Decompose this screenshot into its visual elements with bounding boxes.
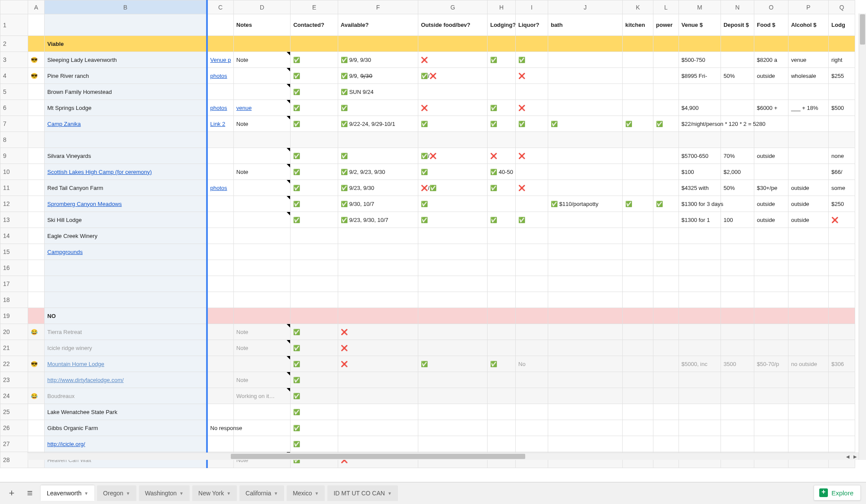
cell-K26[interactable] — [623, 420, 653, 436]
cell-M21[interactable] — [679, 340, 721, 356]
cell-P8[interactable] — [788, 132, 828, 148]
cell-I6[interactable]: ❌ — [516, 100, 548, 116]
cell-F12[interactable]: ✅ 9/30, 10/7 — [338, 196, 418, 212]
cell-D4[interactable] — [233, 68, 291, 84]
hscroll-left-arrow-icon[interactable]: ◀ — [844, 453, 851, 460]
cell-E14[interactable] — [291, 228, 338, 244]
cell-B10[interactable]: Scottish Lakes High Camp (for ceremony) — [45, 164, 207, 180]
row-header-17[interactable]: 17 — [0, 276, 28, 292]
cell-O16[interactable] — [754, 260, 788, 276]
cell-H26[interactable] — [488, 420, 516, 436]
link[interactable]: venue — [236, 105, 252, 111]
cell-F16[interactable] — [338, 260, 418, 276]
cell-M14[interactable] — [679, 228, 721, 244]
cell-F23[interactable] — [338, 372, 418, 388]
cell-O9[interactable]: outside — [754, 148, 788, 164]
cell-E22[interactable]: ✅ — [291, 356, 338, 372]
cell-Q11[interactable]: some — [829, 180, 855, 196]
cell-Q22[interactable]: $306 — [829, 356, 855, 372]
chevron-down-icon[interactable]: ▼ — [274, 491, 278, 496]
cell-C6[interactable]: photos — [207, 100, 234, 116]
cell-F26[interactable] — [338, 420, 418, 436]
cell-C9[interactable] — [207, 148, 234, 164]
cell-B2[interactable]: Viable — [45, 36, 207, 52]
cell-M25[interactable] — [679, 404, 721, 420]
link[interactable]: Mountain Home Lodge — [47, 361, 104, 367]
sheet-tab-mexico[interactable]: Mexico▼ — [287, 485, 325, 501]
cell-A18[interactable] — [28, 292, 44, 308]
cell-F14[interactable] — [338, 228, 418, 244]
cell-H19[interactable] — [488, 308, 516, 324]
cell-A20[interactable]: 😂 — [28, 324, 44, 340]
cell-M13[interactable]: $1300 for 1 — [679, 212, 721, 228]
cell-L21[interactable] — [653, 340, 679, 356]
cell-M26[interactable] — [679, 420, 721, 436]
cell-A1[interactable] — [28, 14, 44, 36]
cell-O27[interactable] — [754, 436, 788, 452]
cell-B22[interactable]: Mountain Home Lodge — [45, 356, 207, 372]
cell-K22[interactable] — [623, 356, 653, 372]
cell-P6[interactable]: ___ + 18% — [788, 100, 828, 116]
row-header-25[interactable]: 25 — [0, 404, 28, 420]
cell-K12[interactable]: ✅ — [623, 196, 653, 212]
cell-L6[interactable] — [653, 100, 679, 116]
cell-N21[interactable] — [721, 340, 754, 356]
cell-K17[interactable] — [623, 276, 653, 292]
sheet-tab-id-mt-ut-co-can[interactable]: ID MT UT CO CAN▼ — [327, 485, 397, 501]
cell-C22[interactable] — [207, 356, 234, 372]
cell-P1[interactable]: Alcohol $ — [788, 14, 828, 36]
cell-F4[interactable]: ✅ 9/9, 9̶/̶3̶0̶ — [338, 68, 418, 84]
cell-D25[interactable] — [233, 404, 291, 420]
cell-K21[interactable] — [623, 340, 653, 356]
cell-N19[interactable] — [721, 308, 754, 324]
cell-A5[interactable] — [28, 84, 44, 100]
cell-N7[interactable] — [721, 116, 754, 132]
cell-D18[interactable] — [233, 292, 291, 308]
cell-P5[interactable] — [788, 84, 828, 100]
cell-F8[interactable] — [338, 132, 418, 148]
cell-P14[interactable] — [788, 228, 828, 244]
spreadsheet-grid[interactable]: A B C D E F G H I J K L M N O P Q 1 — [0, 0, 855, 468]
chevron-down-icon[interactable]: ▼ — [179, 491, 184, 496]
cell-P24[interactable] — [788, 388, 828, 404]
cell-O10[interactable] — [754, 164, 788, 180]
cell-E16[interactable] — [291, 260, 338, 276]
cell-J1[interactable]: bath — [548, 14, 622, 36]
cell-H12[interactable] — [488, 196, 516, 212]
chevron-down-icon[interactable]: ▼ — [84, 491, 88, 496]
cell-H15[interactable] — [488, 244, 516, 260]
cell-N14[interactable] — [721, 228, 754, 244]
cell-G9[interactable]: ✅/❌ — [418, 148, 488, 164]
cell-L1[interactable]: power — [653, 14, 679, 36]
cell-P22[interactable]: no outside — [788, 356, 828, 372]
cell-Q18[interactable] — [829, 292, 855, 308]
sheet-tab-washington[interactable]: Washington▼ — [139, 485, 190, 501]
cell-A9[interactable] — [28, 148, 44, 164]
cell-G13[interactable]: ✅ — [418, 212, 488, 228]
cell-E27[interactable]: ✅ — [291, 436, 338, 452]
cell-Q3[interactable]: right — [829, 52, 855, 68]
cell-I20[interactable] — [516, 324, 548, 340]
cell-B11[interactable]: Red Tail Canyon Farm — [45, 180, 207, 196]
cell-J14[interactable] — [548, 228, 622, 244]
cell-E24[interactable]: ✅ — [291, 388, 338, 404]
cell-G5[interactable] — [418, 84, 488, 100]
cell-J24[interactable] — [548, 388, 622, 404]
cell-K7[interactable]: ✅ — [623, 116, 653, 132]
cell-I24[interactable] — [516, 388, 548, 404]
row-header-27[interactable]: 27 — [0, 436, 28, 452]
cell-B18[interactable] — [45, 292, 207, 308]
cell-N12[interactable] — [721, 196, 754, 212]
cell-H6[interactable]: ✅ — [488, 100, 516, 116]
cell-F21[interactable]: ❌ — [338, 340, 418, 356]
col-header-B[interactable]: B — [45, 0, 207, 14]
cell-L27[interactable] — [653, 436, 679, 452]
cell-N24[interactable] — [721, 388, 754, 404]
cell-G25[interactable] — [418, 404, 488, 420]
cell-B5[interactable]: Brown Family Homestead — [45, 84, 207, 100]
cell-O15[interactable] — [754, 244, 788, 260]
cell-B13[interactable]: Ski Hill Lodge — [45, 212, 207, 228]
cell-C27[interactable] — [207, 436, 234, 452]
col-header-A[interactable]: A — [28, 0, 44, 14]
row-header-28[interactable]: 28 — [0, 452, 28, 468]
